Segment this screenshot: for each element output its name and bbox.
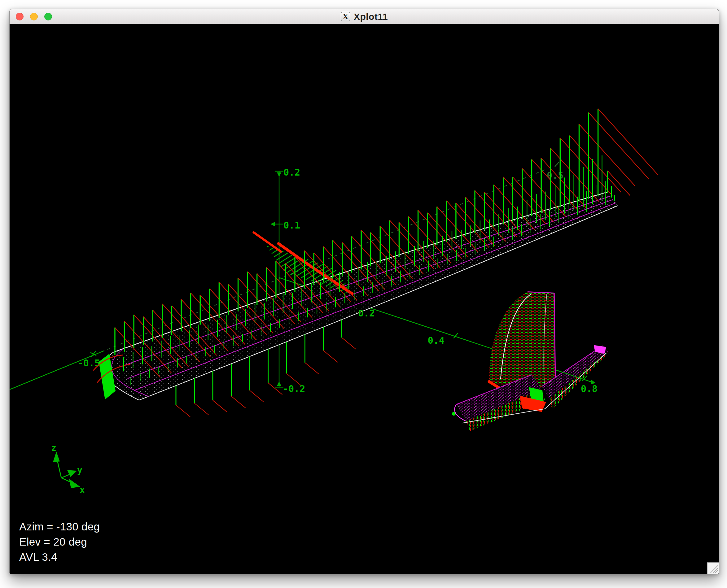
elev-annotation: Elev = 20 deg <box>19 534 100 549</box>
version-annotation: AVL 3.4 <box>19 549 100 565</box>
resize-grip[interactable] <box>707 562 719 574</box>
desktop: X Xplot11 -0.50.50.20.1-0.20.20.40.8zyx … <box>0 0 727 588</box>
svg-text:0.8: 0.8 <box>581 383 598 394</box>
avl-geometry-plot: -0.50.50.20.1-0.20.20.40.8zyx <box>9 24 719 574</box>
view-annotations: Azim = -130 deg Elev = 20 deg AVL 3.4 <box>19 519 100 565</box>
orientation-triad: zyx <box>51 443 85 495</box>
svg-text:0.4: 0.4 <box>428 335 444 346</box>
window-title: Xplot11 <box>354 12 388 22</box>
x11-app-icon: X <box>341 12 350 21</box>
svg-text:0.2: 0.2 <box>358 308 375 319</box>
svg-text:x: x <box>80 485 85 495</box>
plot-canvas[interactable]: -0.50.50.20.1-0.20.20.40.8zyx Azim = -13… <box>9 24 719 574</box>
svg-text:z: z <box>51 443 56 453</box>
title-group: X Xplot11 <box>9 9 719 24</box>
svg-text:0.1: 0.1 <box>284 220 300 231</box>
svg-text:-0.2: -0.2 <box>283 383 305 394</box>
svg-text:y: y <box>77 465 82 475</box>
x-axis-ticks: 0.20.4 <box>358 308 458 346</box>
tail-group <box>452 292 608 431</box>
xplot11-window: X Xplot11 -0.50.50.20.1-0.20.20.40.8zyx … <box>9 9 719 574</box>
azim-annotation: Azim = -130 deg <box>19 519 100 534</box>
titlebar[interactable]: X Xplot11 <box>9 9 719 24</box>
resize-grip-lines <box>707 563 719 574</box>
svg-text:0.2: 0.2 <box>284 167 300 178</box>
